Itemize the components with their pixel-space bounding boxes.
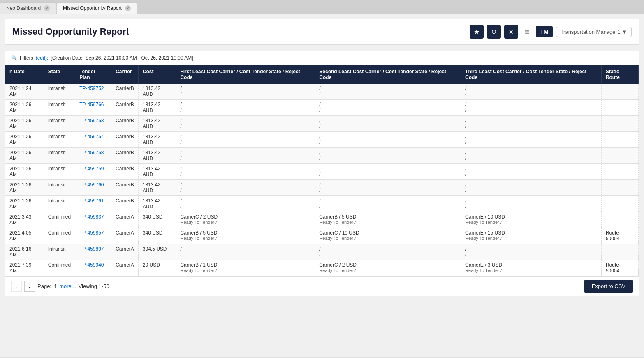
table-row: 2021 1:26 AMIntransitTP-459761CarrierB18… [5,196,639,212]
tab-missed-opportunity[interactable]: Missed Opportunity Report ✕ [57,2,137,14]
table-row: 2021 1:26 AMIntransitTP-459760CarrierB18… [5,180,639,196]
first-carrier-line1: CarrierB / 5 USD [180,230,217,236]
first-carrier-line2: / [180,107,310,112]
page-wrapper: Missed Opportunity Report ★ ↻ ✕ ≡ TM Tra… [0,14,644,357]
cell-date: 2021 1:24 AM [5,84,44,100]
browser-tabs: Neo Dashboard ✕ Missed Opportunity Repor… [0,0,644,14]
first-carrier-line1: / [180,198,181,204]
third-carrier-line2: / [465,204,597,209]
col-header-static-route: Static Route [601,65,638,84]
cell-tender-plan[interactable]: TP-459940 [75,260,111,276]
second-carrier-line1: / [319,150,320,156]
user-dropdown[interactable]: Transportation Manager1 ▼ [556,27,632,37]
cell-date: 2021 1:26 AM [5,100,44,116]
table-row: 2021 1:26 AMIntransitTP-459759CarrierB18… [5,164,639,180]
export-csv-button[interactable]: Export to CSV [584,280,633,293]
third-carrier-line1: / [465,150,466,156]
cell-third-carrier: CarrierE / 15 USDReady To Tender / [461,228,602,244]
cell-tender-plan[interactable]: TP-459897 [75,244,111,260]
cell-carrier: CarrierB [111,116,139,132]
tab-close-missed-opportunity[interactable]: ✕ [125,5,131,11]
third-carrier-line2: Ready To Tender / [465,236,597,241]
star-icon: ★ [474,28,480,36]
table-row: 2021 6:16 AMIntransitTP-459897CarrierA30… [5,244,639,260]
user-badge: TM [536,26,552,37]
cell-tender-plan[interactable]: TP-459753 [75,116,111,132]
cell-carrier: CarrierA [111,244,139,260]
cell-tender-plan[interactable]: TP-459761 [75,196,111,212]
cell-date: 2021 1:26 AM [5,148,44,164]
cell-carrier: CarrierA [111,212,139,228]
cell-tender-plan[interactable]: TP-459760 [75,180,111,196]
second-carrier-line2: Ready To Tender / [319,268,456,273]
second-carrier-line2: / [319,252,456,257]
close-button[interactable]: ✕ [504,25,518,39]
cell-carrier: CarrierB [111,84,139,100]
cell-first-carrier: // [176,244,315,260]
more-link[interactable]: more... [59,283,76,289]
prev-page-button[interactable]: ‹ [11,281,22,292]
second-carrier-line2: / [319,139,456,144]
cell-cost: 304.5 USD [138,244,176,260]
table-row: 2021 1:26 AMIntransitTP-459758CarrierB18… [5,148,639,164]
cell-second-carrier: // [315,84,461,100]
refresh-button[interactable]: ↻ [487,25,501,39]
cell-third-carrier: // [461,244,602,260]
cell-state: Confirmed [44,260,75,276]
col-header-second-carrier: Second Least Cost Carrier / Cost Tender … [315,65,461,84]
second-carrier-line2: Ready To Tender / [319,220,456,225]
second-carrier-line1: / [319,134,320,139]
cell-static-route [601,180,638,196]
cell-second-carrier: // [315,148,461,164]
second-carrier-line1: CarrierB / 5 USD [319,214,356,220]
cell-static-route [601,116,638,132]
second-carrier-line2: / [319,123,456,128]
first-carrier-line1: / [180,182,181,188]
cell-second-carrier: CarrierC / 10 USDReady To Tender / [315,228,461,244]
refresh-icon: ↻ [491,28,496,36]
cell-third-carrier: // [461,164,602,180]
first-carrier-line2: / [180,188,310,193]
third-carrier-line1: / [465,102,466,107]
filters-label: Filters [20,55,33,61]
next-page-button[interactable]: › [24,281,35,292]
cell-carrier: CarrierB [111,100,139,116]
close-icon: ✕ [508,28,514,36]
col-header-tender-plan: Tender Plan [75,65,111,84]
cell-tender-plan[interactable]: TP-459759 [75,164,111,180]
cell-tender-plan[interactable]: TP-459766 [75,100,111,116]
cell-second-carrier: // [315,100,461,116]
cell-first-carrier: // [176,116,315,132]
cell-tender-plan[interactable]: TP-459857 [75,228,111,244]
cell-state: Intransit [44,100,75,116]
cell-cost: 1813.42 AUD [138,180,176,196]
table-row: 2021 1:26 AMIntransitTP-459766CarrierB18… [5,100,639,116]
filters-edit-link[interactable]: (edit): [36,55,49,61]
first-carrier-line2: Ready To Tender / [180,236,310,241]
second-carrier-line2: / [319,172,456,177]
search-icon: 🔍 [11,55,17,61]
cell-static-route [601,132,638,148]
cell-cost: 1813.42 AUD [138,148,176,164]
cell-date: 2021 1:26 AM [5,116,44,132]
tab-neo-dashboard[interactable]: Neo Dashboard ✕ [0,2,56,14]
cell-tender-plan[interactable]: TP-459752 [75,84,111,100]
cell-tender-plan[interactable]: TP-459754 [75,132,111,148]
cell-date: 2021 1:26 AM [5,180,44,196]
cell-date: 2021 1:26 AM [5,164,44,180]
cell-first-carrier: // [176,84,315,100]
cell-static-route [601,84,638,100]
cell-third-carrier: // [461,180,602,196]
third-carrier-line1: CarrierE / 15 USD [465,230,505,236]
cell-third-carrier: // [461,100,602,116]
cell-tender-plan[interactable]: TP-459758 [75,148,111,164]
tab-close-neo-dashboard[interactable]: ✕ [44,5,50,11]
menu-button[interactable]: ≡ [521,26,533,38]
table-wrapper: n Date State Tender Plan Carrier Cost Fi… [5,65,639,276]
cell-date: 2021 1:26 AM [5,132,44,148]
star-button[interactable]: ★ [470,25,484,39]
col-header-carrier: Carrier [111,65,139,84]
cell-tender-plan[interactable]: TP-459837 [75,212,111,228]
first-carrier-line2: / [180,252,310,257]
header-right: ★ ↻ ✕ ≡ TM Transportation Manager1 ▼ [470,25,632,39]
